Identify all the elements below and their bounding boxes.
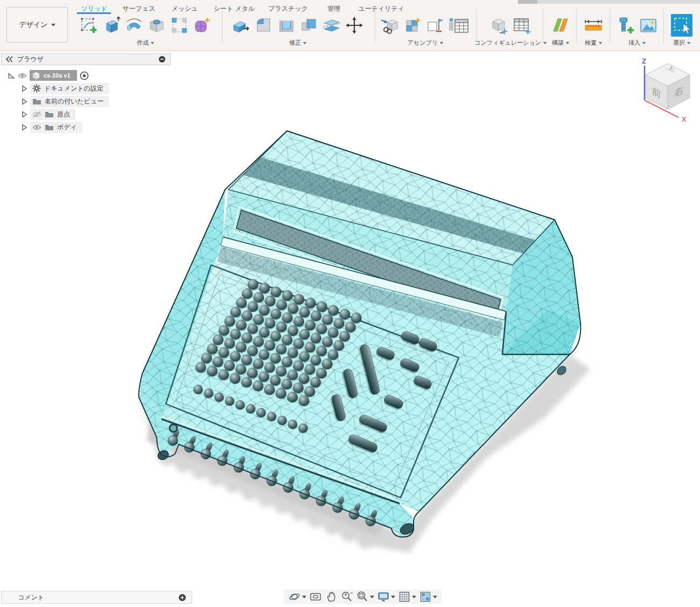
display-settings-button[interactable]	[377, 590, 395, 603]
group-inspect[interactable]: 検査	[585, 39, 602, 47]
fillet-button[interactable]	[253, 14, 275, 37]
create-sketch-button[interactable]	[78, 14, 100, 37]
expand-caret-icon[interactable]	[22, 85, 27, 92]
joint-icon	[425, 15, 445, 36]
group-divider	[576, 9, 577, 43]
extrude-button[interactable]	[101, 14, 122, 37]
revolve-button[interactable]	[123, 14, 145, 37]
viewports-button[interactable]	[419, 590, 437, 603]
orbit-icon	[288, 590, 301, 603]
split-body-icon	[321, 15, 342, 36]
group-divider	[222, 9, 222, 43]
group-create[interactable]: 作成	[137, 39, 154, 47]
design-dropdown-label: デザイン	[19, 20, 47, 30]
tab-utilities[interactable]: ユーティリティ	[358, 4, 404, 13]
group-construct[interactable]: 構築	[552, 39, 569, 47]
tab-manage[interactable]: 管理	[327, 4, 340, 13]
chevron-down-icon	[151, 42, 154, 44]
shell-button[interactable]	[276, 14, 297, 37]
group-modify[interactable]: 修正	[289, 39, 306, 47]
chevron-down-icon	[599, 42, 602, 44]
pattern-button[interactable]	[169, 14, 190, 37]
pan-button[interactable]	[325, 590, 338, 603]
tree-item-bodies[interactable]: ボディ	[22, 121, 171, 134]
joint-button[interactable]	[424, 14, 446, 37]
expand-caret-icon[interactable]	[22, 98, 27, 105]
group-divider	[476, 9, 477, 43]
group-select[interactable]: 選択	[673, 39, 690, 47]
add-comment-icon[interactable]	[178, 594, 186, 602]
comments-label: コメント	[18, 593, 44, 602]
select-button[interactable]	[671, 14, 692, 37]
activate-radio-icon[interactable]	[80, 71, 89, 80]
navigation-toolbar	[284, 589, 442, 604]
group-divider	[543, 9, 543, 43]
combine-button[interactable]	[298, 14, 320, 37]
design-dropdown[interactable]: デザイン	[6, 7, 68, 43]
construct-plane-button[interactable]	[550, 14, 571, 37]
configuration-cube-icon	[489, 15, 509, 36]
window-top-strip	[518, 0, 700, 4]
front-port	[170, 424, 177, 432]
tree-item-origin[interactable]: 原点	[22, 108, 171, 121]
viewcube[interactable]: Z X 上 前 右	[639, 57, 699, 123]
create-form-button[interactable]	[191, 14, 213, 37]
expand-caret-icon[interactable]	[22, 124, 27, 131]
fit-icon	[356, 590, 369, 603]
insert-derive-button[interactable]	[379, 14, 401, 37]
viewports-icon	[419, 590, 432, 603]
fit-button[interactable]	[356, 590, 374, 603]
group-divider	[610, 9, 610, 43]
group-divider	[663, 9, 664, 43]
look-at-button[interactable]	[309, 590, 322, 603]
new-configuration-button[interactable]	[488, 14, 510, 37]
split-body-button[interactable]	[321, 14, 342, 37]
grid-button[interactable]	[398, 590, 416, 603]
bom-button[interactable]	[447, 14, 472, 37]
tab-sheet-metal[interactable]: シート メタル	[214, 4, 255, 13]
form-icon	[192, 15, 212, 36]
browser-header: ブラウザ	[1, 53, 171, 65]
press-pull-icon	[231, 15, 251, 36]
press-pull-button[interactable]	[230, 14, 252, 37]
tab-surface[interactable]: サーフェス	[122, 4, 155, 13]
chevron-down-icon	[51, 24, 55, 26]
eye-icon[interactable]	[32, 124, 41, 131]
folder-icon	[45, 123, 54, 131]
grid-icon	[398, 590, 411, 603]
chevron-down-icon	[433, 596, 437, 598]
ribbon-toolbar: デザイン ソリッド サーフェス メッシュ シート メタル プラスチック 管理 ユ…	[0, 0, 700, 51]
eye-icon[interactable]	[18, 72, 27, 79]
new-component-button[interactable]	[402, 14, 423, 37]
tree-item-document-settings[interactable]: ドキュメントの設定	[22, 82, 171, 95]
configuration-table-button[interactable]	[511, 14, 533, 37]
measure-button[interactable]	[583, 14, 604, 37]
root-component-badge[interactable]: cs-10a v1	[30, 70, 77, 81]
collapse-panel-icon[interactable]	[6, 56, 13, 62]
combine-icon	[299, 15, 319, 36]
zoom-button[interactable]	[340, 590, 353, 603]
rectangular-pattern-icon	[169, 15, 190, 36]
expand-triangle-icon[interactable]	[8, 72, 15, 79]
gear-icon	[32, 84, 41, 93]
group-assemble[interactable]: アセンブリ	[408, 39, 443, 47]
move-copy-button[interactable]	[344, 14, 365, 37]
insert-fastener-button[interactable]	[615, 14, 636, 37]
remove-panel-icon[interactable]	[158, 55, 166, 63]
group-divider	[375, 9, 375, 43]
insert-image-button[interactable]	[638, 14, 659, 37]
tab-mesh[interactable]: メッシュ	[171, 4, 198, 13]
comments-bar[interactable]: コメント	[1, 591, 192, 604]
eye-hidden-icon[interactable]	[32, 111, 41, 118]
group-insert[interactable]: 挿入	[628, 39, 646, 47]
measure-icon	[583, 15, 604, 36]
tree-root-row[interactable]: cs-10a v1	[1, 69, 171, 82]
folder-icon	[45, 110, 54, 118]
group-configuration[interactable]: コンフィギュレーション	[474, 39, 547, 47]
orbit-button[interactable]	[288, 590, 306, 603]
tree-item-named-views[interactable]: 名前の付いたビュー	[22, 95, 171, 108]
tab-plastic[interactable]: プラスチック	[268, 4, 308, 13]
look-at-icon	[309, 590, 322, 603]
hole-button[interactable]	[146, 14, 167, 37]
expand-caret-icon[interactable]	[22, 111, 27, 118]
